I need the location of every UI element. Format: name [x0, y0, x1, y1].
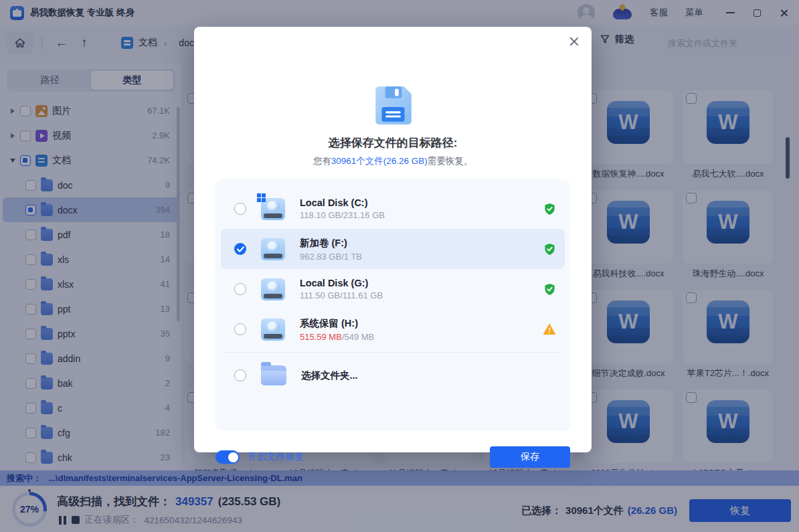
- hard-drive-icon: [261, 238, 285, 260]
- radio-button[interactable]: [234, 243, 246, 255]
- subtitle-prefix: 您有: [313, 156, 331, 166]
- protected-status-badge: [544, 283, 555, 296]
- choose-folder-option[interactable]: 选择文件夹...: [221, 355, 565, 395]
- radio-button[interactable]: [234, 283, 246, 295]
- hard-drive-icon: [261, 319, 285, 341]
- drive-size: 118.10 GB/231.16 GB: [300, 210, 385, 220]
- radio-button[interactable]: [234, 203, 246, 215]
- dialog-close-icon[interactable]: [568, 35, 580, 48]
- drive-size: 962.83 GB/1 TB: [300, 252, 362, 262]
- hard-drive-icon: [261, 278, 285, 300]
- drive-option-1[interactable]: 新加卷 (F:)962.83 GB/1 TB: [221, 229, 565, 269]
- radio-button[interactable]: [234, 369, 246, 381]
- protected-status-badge: [544, 243, 555, 256]
- drive-name: 系统保留 (H:): [300, 317, 374, 330]
- save-path-dialog: 选择保存文件的目标路径: 您有30961个文件(26.26 GB)需要恢复。 L…: [194, 27, 592, 452]
- warning-status-badge: [543, 324, 555, 335]
- shield-ok-icon: [544, 283, 555, 296]
- drive-size: 515.59 MB/549 MB: [300, 332, 374, 342]
- drive-size: 111.50 GB/111.61 GB: [300, 290, 383, 300]
- hard-drive-icon: [261, 198, 285, 220]
- dialog-subtitle: 您有30961个文件(26.26 GB)需要恢复。: [194, 155, 592, 167]
- protected-status-badge: [544, 203, 555, 215]
- drive-name: 新加卷 (F:): [300, 237, 362, 250]
- subtitle-highlight: 30961个文件(26.26 GB): [331, 156, 428, 166]
- subtitle-suffix: 需要恢复。: [428, 156, 473, 166]
- divider: [225, 352, 561, 353]
- check-icon: [237, 246, 244, 252]
- save-button[interactable]: 保存: [490, 446, 570, 468]
- warning-icon: [543, 324, 555, 335]
- drive-option-3[interactable]: 系统保留 (H:)515.59 MB/549 MB: [221, 309, 565, 349]
- file-repair-toggle[interactable]: [215, 450, 240, 464]
- drive-option-0[interactable]: Local Disk (C:)118.10 GB/231.16 GB: [221, 189, 565, 229]
- file-repair-label: 开启文件修复: [248, 451, 304, 463]
- floppy-disk-icon: [371, 83, 415, 127]
- windows-logo-icon: [257, 193, 266, 202]
- target-drive-list: Local Disk (C:)118.10 GB/231.16 GB新加卷 (F…: [215, 179, 570, 431]
- dialog-title: 选择保存文件的目标路径:: [194, 135, 592, 151]
- radio-button[interactable]: [234, 323, 246, 335]
- folder-icon: [261, 365, 286, 385]
- drive-name: Local Disk (C:): [300, 197, 385, 208]
- drive-name: Local Disk (G:): [300, 278, 383, 288]
- shield-ok-icon: [544, 203, 555, 215]
- drive-name: 选择文件夹...: [301, 369, 358, 382]
- shield-ok-icon: [544, 243, 555, 256]
- drive-option-2[interactable]: Local Disk (G:)111.50 GB/111.61 GB: [221, 269, 565, 309]
